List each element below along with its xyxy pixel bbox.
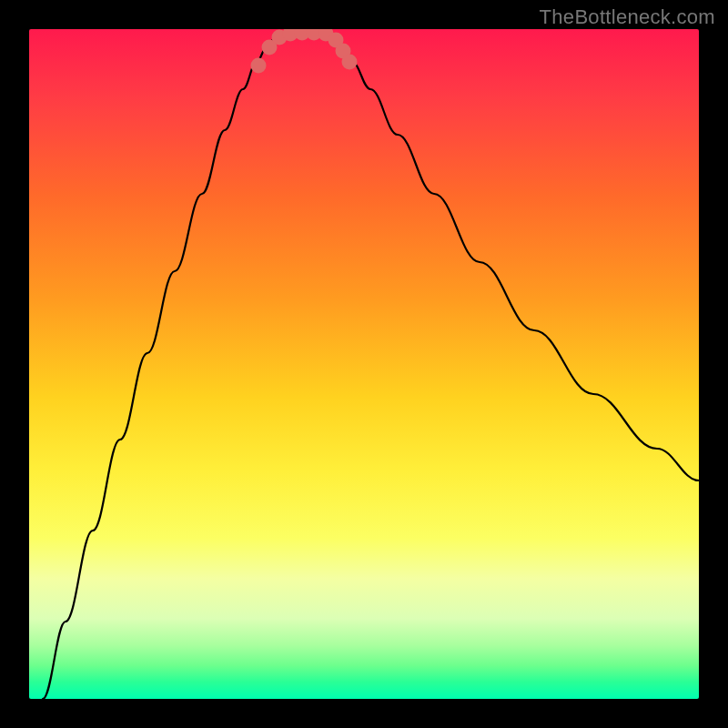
valley-marker-group (251, 29, 358, 74)
watermark-label: TheBottleneck.com (540, 5, 715, 29)
plot-area (29, 29, 699, 699)
bottleneck-curve (29, 29, 699, 699)
chart-frame: TheBottleneck.com (0, 0, 728, 728)
valley-marker (251, 58, 267, 74)
curve-left-branch (43, 38, 275, 699)
curve-right-branch (329, 38, 699, 480)
valley-marker (342, 55, 358, 70)
